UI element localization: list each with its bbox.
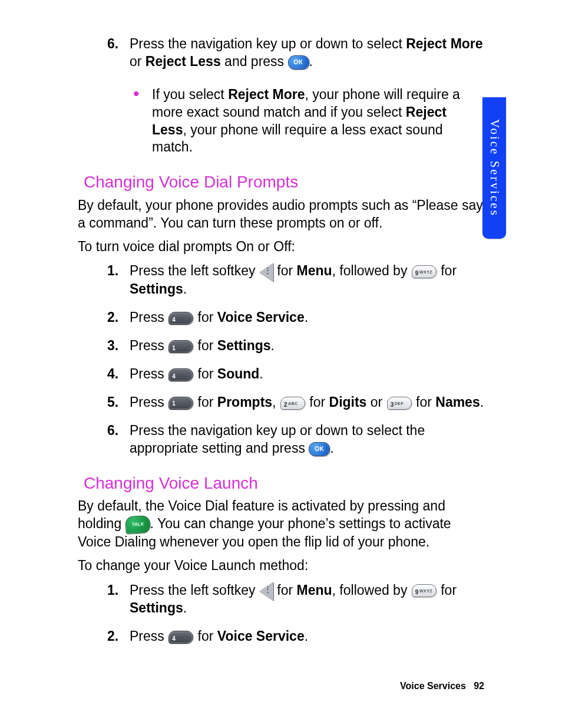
- ok-key-icon: OK: [288, 55, 309, 70]
- bold-prompts: Prompts: [217, 394, 272, 410]
- key-sup: GHI: [176, 635, 184, 640]
- ordered-list-prompts: Press the left softkey for Menu, followe…: [78, 262, 484, 457]
- text: for: [273, 582, 297, 598]
- talk-key-icon: TALK: [125, 515, 151, 534]
- text: for: [194, 366, 217, 381]
- key-4-icon: 4GHI: [168, 312, 193, 325]
- continued-step-6: Press the navigation key up or down to s…: [130, 35, 484, 71]
- text: for: [437, 582, 457, 598]
- text: If you select: [152, 87, 228, 102]
- continued-ordered-list: Press the navigation key up or down to s…: [78, 35, 484, 71]
- bold-reject-more: Reject More: [406, 36, 482, 51]
- text: .: [480, 394, 484, 410]
- key-1-icon: 1: [168, 340, 193, 353]
- key-sup: DEF: [395, 401, 404, 406]
- left-softkey-icon: [259, 263, 273, 281]
- key-digit: 9: [415, 270, 419, 276]
- ok-key-icon: OK: [309, 442, 330, 456]
- text: Press: [130, 309, 168, 325]
- text: .: [305, 309, 308, 325]
- step-4: Press 4GHI for Sound.: [130, 365, 484, 383]
- text: .: [183, 281, 187, 297]
- key-sup: WXYZ: [419, 270, 432, 274]
- key-sup: ABC: [288, 401, 298, 406]
- bold-voice-service: Voice Service: [217, 309, 305, 325]
- key-sup: GHI: [176, 317, 184, 321]
- key-sup: GHI: [176, 373, 184, 377]
- text: for: [194, 309, 217, 325]
- text: for: [273, 263, 297, 278]
- left-softkey-icon: [259, 582, 273, 599]
- bold-sound: Sound: [217, 366, 260, 381]
- text: Press the navigation key up or down to s…: [130, 36, 406, 51]
- bold-voice-service: Voice Service: [217, 628, 305, 644]
- bold-settings: Settings: [130, 281, 183, 297]
- sub-bullet: If you select Reject More, your phone wi…: [78, 86, 484, 157]
- key-3-icon: 3DEF: [387, 397, 412, 410]
- step-2: Press 4GHI for Voice Service.: [130, 309, 484, 327]
- text: and press: [221, 54, 288, 69]
- text: Press: [130, 628, 168, 644]
- text: for: [194, 338, 217, 353]
- text: , followed by: [332, 263, 411, 278]
- text: or: [130, 54, 146, 69]
- bold-settings: Settings: [130, 600, 183, 615]
- key-digit: 4: [172, 635, 176, 642]
- page: Voice Services Press the navigation key …: [0, 0, 562, 728]
- text: .: [305, 628, 308, 644]
- step-2: Press 4GHI for Voice Service.: [130, 628, 484, 645]
- side-tab: Voice Services: [482, 97, 506, 239]
- key-digit: 9: [415, 589, 419, 595]
- bold-menu: Menu: [297, 263, 332, 278]
- text: for: [437, 263, 457, 278]
- text: Press the left softkey: [130, 263, 259, 278]
- text: or: [366, 394, 386, 410]
- text: .: [183, 600, 187, 615]
- text: for: [194, 628, 217, 644]
- key-2-icon: 2ABC: [280, 397, 305, 410]
- text: Press: [130, 338, 168, 353]
- key-digit: 1: [172, 345, 176, 351]
- key-sup: WXYZ: [419, 589, 432, 593]
- footer-page-number: 92: [474, 681, 484, 691]
- text: Press: [130, 394, 168, 410]
- bold-menu: Menu: [297, 582, 332, 598]
- intro-text: By default, your phone provides audio pr…: [78, 197, 484, 232]
- step-1: Press the left softkey for Menu, followe…: [130, 582, 484, 618]
- intro-text: To turn voice dial prompts On or Off:: [78, 238, 484, 256]
- key-digit: 3: [391, 401, 394, 408]
- text: .: [309, 54, 313, 69]
- key-9-icon: 9WXYZ: [412, 584, 437, 597]
- heading-voice-dial-prompts: Changing Voice Dial Prompts: [84, 172, 484, 193]
- page-footer: Voice Services 92: [400, 680, 484, 693]
- bold-names: Names: [435, 394, 480, 410]
- key-9-icon: 9WXYZ: [412, 265, 437, 278]
- heading-voice-launch: Changing Voice Launch: [84, 473, 484, 494]
- step-6: Press the navigation key up or down to s…: [130, 422, 484, 457]
- bold-reject-less: Reject Less: [146, 54, 221, 69]
- side-tab-label: Voice Services: [486, 119, 502, 217]
- step-3: Press 1 for Settings.: [130, 337, 484, 355]
- intro-text: By default, the Voice Dial feature is ac…: [78, 498, 484, 551]
- text: Press the navigation key up or down to s…: [130, 423, 425, 456]
- key-digit: 1: [172, 400, 176, 407]
- bold-digits: Digits: [329, 394, 367, 410]
- text: .: [271, 338, 275, 353]
- text: .: [259, 366, 263, 381]
- text: Press: [130, 366, 168, 381]
- text: for: [412, 394, 436, 410]
- key-digit: 4: [172, 373, 176, 380]
- text: for: [194, 394, 217, 410]
- text: ,: [272, 394, 280, 410]
- step-1: Press the left softkey for Menu, followe…: [130, 262, 484, 298]
- text: .: [330, 440, 333, 456]
- text: , followed by: [332, 582, 411, 598]
- key-digit: 4: [172, 317, 176, 323]
- key-digit: 2: [284, 401, 287, 408]
- ordered-list-launch: Press the left softkey for Menu, followe…: [78, 582, 484, 646]
- key-4-icon: 4GHI: [168, 368, 193, 381]
- bold-settings: Settings: [217, 338, 271, 353]
- text: , your phone will require a less exact s…: [152, 122, 443, 155]
- intro-text: To change your Voice Launch method:: [78, 557, 484, 575]
- key-1-icon: 1: [168, 397, 193, 410]
